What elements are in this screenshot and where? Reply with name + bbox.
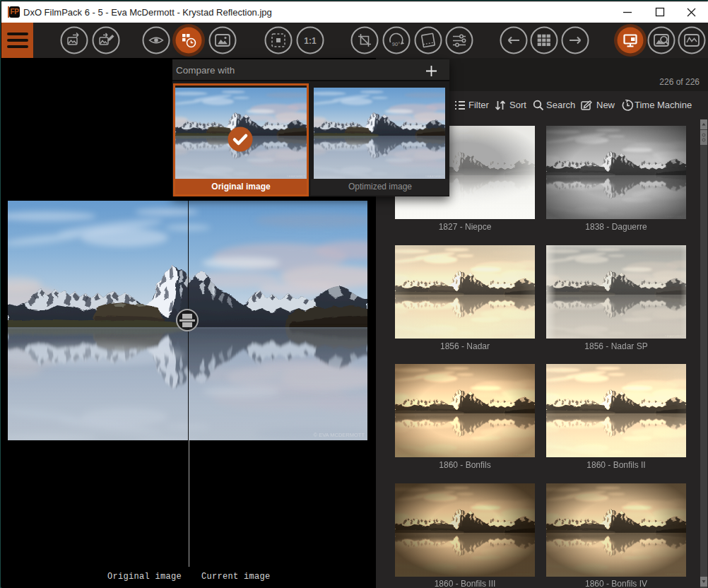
svg-text:90°: 90° <box>392 41 400 47</box>
svg-text:1:1: 1:1 <box>304 36 317 46</box>
